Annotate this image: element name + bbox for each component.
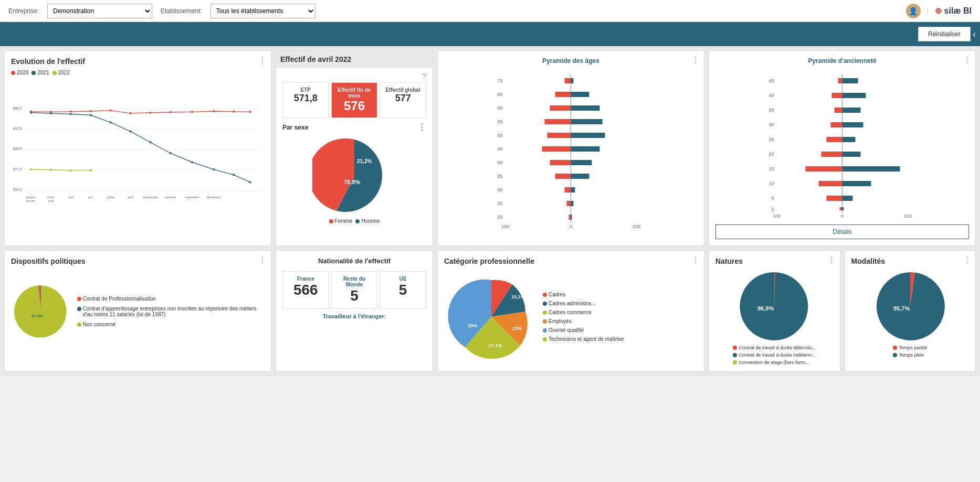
cat-leg-4: Employés bbox=[543, 318, 624, 324]
svg-point-34 bbox=[30, 112, 32, 114]
svg-point-45 bbox=[249, 181, 251, 183]
toolbar: Réinitialiser ‹ bbox=[0, 22, 980, 46]
natures-pie: 96,9% bbox=[737, 270, 811, 343]
card-effectif-evolution: Evolution de l'effectif ⋮ 2020 2021 2022… bbox=[4, 50, 271, 246]
svg-rect-69 bbox=[555, 92, 571, 97]
svg-point-27 bbox=[130, 112, 132, 114]
svg-text:605,0: 605,0 bbox=[13, 147, 22, 151]
svg-text:octobre: octobre bbox=[165, 195, 176, 199]
legend-label-2020: 2020 bbox=[17, 70, 28, 76]
svg-point-47 bbox=[50, 169, 52, 171]
pyramide-anc-menu[interactable]: ⋮ bbox=[963, 55, 971, 65]
modalites-menu[interactable]: ⋮ bbox=[963, 255, 971, 265]
disp-label-1: Contrat de Professionnalisation bbox=[83, 296, 156, 302]
svg-text:15: 15 bbox=[768, 166, 774, 172]
global-value: 577 bbox=[382, 93, 424, 104]
mod-leg-2: Temps plein bbox=[893, 352, 927, 358]
svg-rect-78 bbox=[571, 146, 600, 152]
homme-dot bbox=[355, 219, 360, 223]
natures-menu[interactable]: ⋮ bbox=[827, 255, 836, 265]
natures-legend: Contrat de travail à durée détermin... C… bbox=[733, 345, 816, 365]
categorie-menu[interactable]: ⋮ bbox=[691, 255, 700, 265]
svg-rect-111 bbox=[827, 137, 842, 142]
effectif-evolution-menu[interactable]: ⋮ bbox=[258, 55, 267, 65]
sexe-legend: Femme Homme bbox=[329, 218, 380, 224]
legend-dot-2022 bbox=[52, 71, 57, 75]
categorie-title: Catégorie professionnelle bbox=[444, 257, 698, 265]
etablissement-select[interactable]: Tous les établissements bbox=[210, 4, 315, 18]
reinit-button[interactable]: Réinitialiser bbox=[918, 27, 971, 41]
pyramide-anciennete-title: Pyramide d'ancienneté bbox=[715, 57, 969, 65]
cat-leg-6: Techniciens et agent de maîtrise bbox=[543, 336, 624, 342]
svg-rect-73 bbox=[545, 119, 571, 124]
user-avatar[interactable]: 👤 bbox=[906, 4, 921, 18]
svg-point-49 bbox=[89, 169, 92, 172]
cat-label-1: Cadres bbox=[549, 292, 565, 297]
france-label: France bbox=[287, 276, 324, 282]
nat-dot-1 bbox=[733, 346, 737, 350]
natures-content: 96,9% Contrat de travail à durée détermi… bbox=[715, 270, 834, 365]
effectif-avril-help[interactable]: ? bbox=[422, 72, 426, 80]
card-dispositifs: Dispositifs politiques ⋮ 97,4% Contrat d… bbox=[4, 250, 271, 372]
svg-text:29%: 29% bbox=[468, 323, 477, 328]
entreprise-label: Entreprise: bbox=[8, 7, 39, 15]
cat-dot-6 bbox=[543, 337, 547, 341]
svg-text:632,5: 632,5 bbox=[13, 127, 22, 131]
legend-label-2021: 2021 bbox=[37, 70, 49, 76]
svg-text:45: 45 bbox=[497, 146, 502, 152]
svg-rect-108 bbox=[842, 108, 861, 113]
svg-text:5: 5 bbox=[771, 196, 774, 201]
femme-dot bbox=[329, 219, 333, 223]
svg-rect-104 bbox=[842, 78, 858, 83]
homme-legend: Homme bbox=[355, 218, 380, 224]
legend-dot-2020 bbox=[11, 71, 15, 75]
svg-rect-81 bbox=[555, 174, 571, 179]
svg-rect-74 bbox=[571, 119, 603, 124]
svg-rect-112 bbox=[842, 137, 856, 142]
etp-value: 571,8 bbox=[285, 93, 326, 104]
categorie-legend: Cadres Cadres administra... Cadres comme… bbox=[543, 292, 624, 342]
travailleur-label: Travailleur à l'étranger: bbox=[282, 313, 426, 319]
cat-dot-4 bbox=[543, 319, 547, 324]
svg-rect-107 bbox=[835, 108, 842, 113]
svg-rect-120 bbox=[842, 196, 853, 201]
mod-label-2: Temps plein bbox=[899, 352, 924, 358]
svg-text:40: 40 bbox=[497, 160, 502, 165]
svg-rect-76 bbox=[571, 133, 605, 138]
nat-dot-2 bbox=[733, 353, 737, 357]
svg-rect-77 bbox=[542, 146, 571, 152]
femme-legend: Femme bbox=[329, 218, 353, 224]
svg-text:70: 70 bbox=[497, 78, 502, 83]
svg-text:30: 30 bbox=[497, 187, 502, 192]
modalites-legend: Temps partiel Temps plein bbox=[893, 345, 927, 358]
cat-leg-5: Ouvrier qualifié bbox=[543, 327, 624, 333]
svg-point-28 bbox=[150, 112, 152, 114]
card-natures: Natures ⋮ 96,9% Contrat de travail à dur… bbox=[709, 250, 840, 372]
svg-rect-117 bbox=[819, 181, 842, 186]
pyramide-ages-menu[interactable]: ⋮ bbox=[691, 55, 700, 65]
card-modalites: Modalités ⋮ 95,7% Temps partiel Te bbox=[845, 250, 976, 372]
etp-cell: ETP 571,8 bbox=[282, 82, 329, 118]
dispositifs-menu[interactable]: ⋮ bbox=[258, 255, 267, 265]
effectif-evolution-title: Evolution de l'effectif bbox=[11, 57, 265, 66]
entreprise-select[interactable]: Demonstration bbox=[47, 4, 152, 18]
cat-label-2: Cadres administra... bbox=[549, 301, 595, 306]
svg-point-48 bbox=[70, 169, 72, 172]
svg-text:0: 0 bbox=[570, 224, 572, 229]
par-sexe-menu[interactable]: ⋮ bbox=[418, 122, 426, 132]
fin-mois-label: Effectif fin de mois bbox=[334, 87, 375, 99]
details-button[interactable]: Détails bbox=[715, 224, 969, 239]
legend-label-2022: 2022 bbox=[58, 70, 70, 76]
fin-mois-value: 576 bbox=[334, 99, 375, 113]
svg-text:0: 0 bbox=[771, 207, 774, 212]
svg-rect-109 bbox=[831, 122, 842, 127]
dispositifs-pie: 97,4% bbox=[11, 270, 71, 354]
dispositifs-content: 97,4% Contrat de Professionnalisation Co… bbox=[11, 270, 265, 354]
nat-leg-1: Contrat de travail à durée détermin... bbox=[733, 345, 816, 350]
svg-point-46 bbox=[30, 168, 32, 170]
svg-rect-70 bbox=[571, 92, 589, 97]
svg-point-25 bbox=[90, 110, 92, 112]
ue-value: 5 bbox=[384, 282, 421, 298]
card-categorie: Catégorie professionnelle ⋮ 15,1% 22% 27… bbox=[437, 250, 704, 372]
svg-rect-116 bbox=[842, 166, 900, 172]
